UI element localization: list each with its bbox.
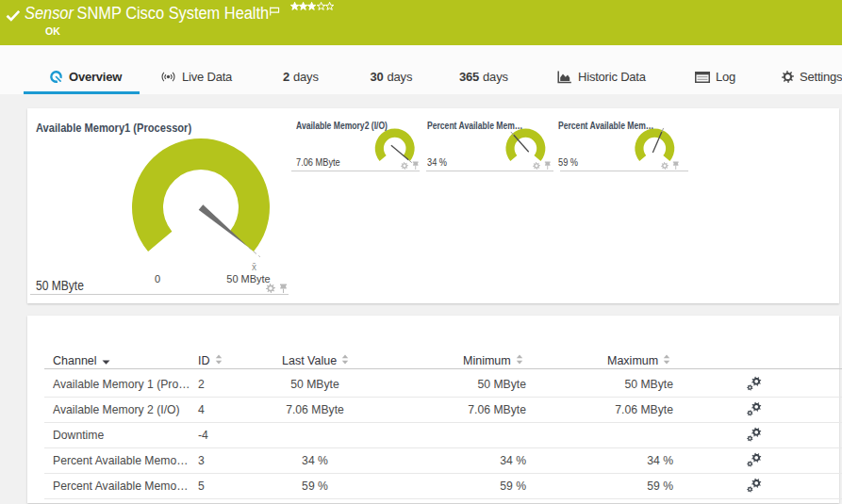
column-header-channel[interactable]: Channel <box>53 354 110 367</box>
gear-icon[interactable] <box>533 162 540 170</box>
gauge-title: Percent Available Memory 1 <box>427 120 523 131</box>
table-header-row: Channel ID Last Value Minimum Maximum <box>44 354 842 366</box>
table-row[interactable]: Downtime -4 <box>44 423 842 448</box>
pin-icon[interactable] <box>672 161 680 170</box>
tile-underline <box>291 171 420 171</box>
channel-settings-gears-icon[interactable] <box>747 478 766 496</box>
object-kind-label: Sensor <box>25 4 74 23</box>
gauge-value: 50 MByte <box>36 278 84 293</box>
star-icon[interactable] <box>299 2 307 11</box>
table-row[interactable]: Percent Available Memory 1 3 34 % 34 % 3… <box>44 448 842 474</box>
gauges-panel: Available Memory1 (Processor) 0 50 MByte… <box>27 108 839 303</box>
tab-overview[interactable]: Overview <box>49 69 122 85</box>
table-header-divider <box>44 368 842 369</box>
gear-icon[interactable] <box>661 162 669 170</box>
column-header-last-value[interactable]: Last Value <box>282 354 349 367</box>
cell-id: 4 <box>198 403 236 416</box>
gauge-tile-icons <box>266 284 288 294</box>
status-badge: OK <box>45 25 60 37</box>
channel-settings-gears-icon[interactable] <box>747 427 766 445</box>
channel-settings-gears-icon[interactable] <box>747 401 766 419</box>
cell-minimum: 34 % <box>388 454 526 467</box>
log-icon <box>695 72 710 83</box>
gauge-value: 7.06 MByte <box>296 156 340 168</box>
gear-icon[interactable] <box>401 162 408 170</box>
cell-last-value: 7.06 MByte <box>244 403 386 416</box>
check-icon <box>6 8 21 25</box>
tab-365-days[interactable]: 365days <box>459 69 508 85</box>
cell-maximum: 50 MByte <box>535 378 673 391</box>
gauge-title: Percent Available Memory 2 <box>558 120 654 131</box>
sort-icon <box>215 354 223 367</box>
star-icon[interactable] <box>307 2 316 11</box>
table-row[interactable]: Percent Available Memory 2 5 59 % 59 % 5… <box>44 474 842 499</box>
cell-minimum: 59 % <box>388 480 526 493</box>
cell-channel: Percent Available Memory 1 <box>53 454 190 467</box>
cell-maximum: 59 % <box>535 480 673 493</box>
tab-historic-data[interactable]: Historic Data <box>557 69 646 85</box>
gauge-max-tick: 50 MByte <box>226 273 270 285</box>
gauges-canvas <box>27 108 839 303</box>
gauge-icon <box>49 70 63 84</box>
gauge-tile-icons <box>533 161 552 170</box>
gauge-min-tick: 0 <box>155 273 160 285</box>
cell-id: 2 <box>198 378 236 391</box>
cell-channel: Available Memory 1 (Processor) <box>53 378 190 391</box>
gauge-value: 59 % <box>558 156 578 168</box>
tab-bar: Overview Live Data 2days 30days 365days … <box>0 45 842 94</box>
pin-icon[interactable] <box>412 161 420 170</box>
priority-stars[interactable] <box>290 2 334 11</box>
channel-settings-gears-icon[interactable] <box>747 452 766 470</box>
gear-icon <box>782 71 794 83</box>
cell-channel: Available Memory 2 (I/O) <box>53 403 190 416</box>
cell-minimum: 7.06 MByte <box>388 403 526 416</box>
tab-settings[interactable]: Settings <box>782 69 842 85</box>
star-icon[interactable] <box>325 2 334 11</box>
cell-last-value: 50 MByte <box>244 378 386 391</box>
gauge-average-marker: x̄ <box>252 262 256 272</box>
sort-icon <box>341 354 349 367</box>
cell-channel: Percent Available Memory 2 <box>53 480 190 493</box>
tile-underline <box>560 171 688 171</box>
column-header-maximum[interactable]: Maximum <box>607 354 670 367</box>
tab-live-data[interactable]: Live Data <box>160 69 232 85</box>
star-icon[interactable] <box>290 2 299 11</box>
cell-maximum: 34 % <box>535 454 673 467</box>
channels-table-panel: Channel ID Last Value Minimum Maximum Av… <box>27 316 839 503</box>
cell-id: 5 <box>198 480 236 493</box>
tab-30-days[interactable]: 30days <box>371 69 413 85</box>
pin-icon[interactable] <box>544 161 552 170</box>
tab-2-days[interactable]: 2days <box>283 69 319 85</box>
pin-icon[interactable] <box>279 284 288 294</box>
gauge-tile-icons <box>401 161 420 170</box>
broadcast-icon <box>160 71 176 83</box>
gear-icon[interactable] <box>266 284 275 293</box>
star-icon[interactable] <box>317 2 325 11</box>
area-chart-icon <box>557 71 572 84</box>
column-header-id[interactable]: ID <box>198 354 223 367</box>
cell-id: 3 <box>198 454 236 467</box>
cell-last-value: 59 % <box>244 480 386 493</box>
cell-id: -4 <box>198 429 236 442</box>
gauge-tile-icons <box>661 161 680 170</box>
gauge-value: 34 % <box>427 156 447 168</box>
tab-log[interactable]: Log <box>695 69 735 85</box>
cell-last-value: 34 % <box>244 454 386 467</box>
cell-maximum: 7.06 MByte <box>535 403 673 416</box>
sort-icon <box>663 354 670 367</box>
sensor-title: SNMP Cisco System Health <box>77 4 270 23</box>
cell-channel: Downtime <box>53 429 190 442</box>
row-divider <box>44 498 842 499</box>
tile-underline <box>426 171 553 171</box>
table-row[interactable]: Available Memory 1 (Processor) 2 50 MByt… <box>44 372 842 398</box>
column-header-minimum[interactable]: Minimum <box>463 354 523 367</box>
sort-desc-icon <box>102 354 110 367</box>
tile-underline <box>30 294 289 295</box>
gauge-title: Available Memory2 (I/O) <box>296 120 392 131</box>
gauge-title: Available Memory1 (Processor) <box>36 121 213 135</box>
sensor-status-header: SensorSNMP Cisco System Health OK <box>0 0 842 45</box>
channel-settings-gears-icon[interactable] <box>747 376 766 394</box>
table-row[interactable]: Available Memory 2 (I/O) 4 7.06 MByte 7.… <box>44 398 842 423</box>
flag-icon[interactable] <box>270 3 280 20</box>
cell-minimum: 50 MByte <box>388 378 526 391</box>
